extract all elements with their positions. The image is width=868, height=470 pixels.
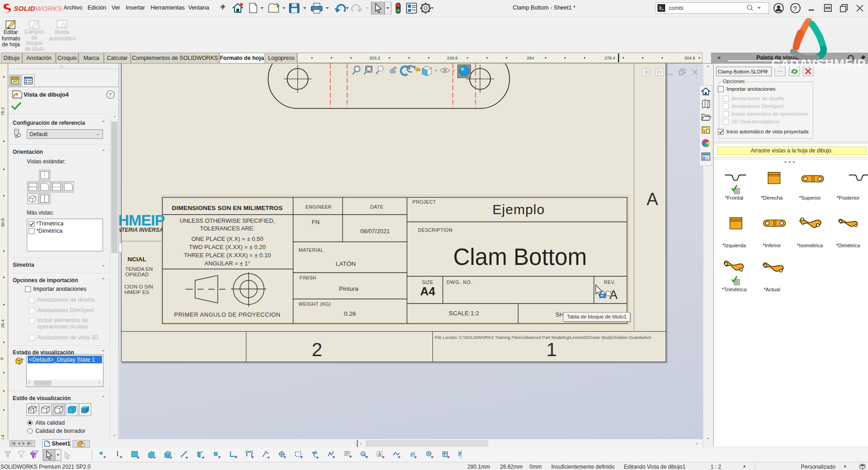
svg-text:SOLID: SOLID [14,5,35,12]
svg-text:A: A [378,452,381,457]
svg-text:?: ? [793,5,797,12]
svg-text:A: A [362,452,365,456]
svg-text:?: ? [109,92,112,98]
svg-text:WORKS: WORKS [35,5,62,12]
